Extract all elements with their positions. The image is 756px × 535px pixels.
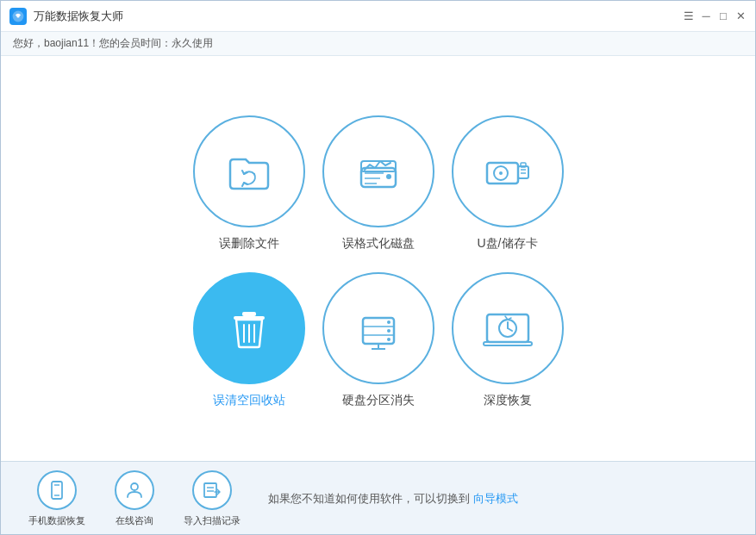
svg-rect-11 bbox=[518, 166, 528, 178]
deep-recovery-label: 深度恢复 bbox=[484, 393, 532, 408]
app-title: 万能数据恢复大师 bbox=[34, 9, 683, 24]
online-consult-icon bbox=[124, 480, 145, 501]
status-text: 您好，baojian11！您的会员时间：永久使用 bbox=[13, 36, 213, 51]
usb-card-item[interactable]: U盘/储存卡 bbox=[452, 115, 564, 252]
window-controls: ☰ ─ □ ✕ bbox=[683, 10, 747, 22]
partition-lost-circle[interactable] bbox=[322, 272, 434, 384]
status-bar: 您好，baojian11！您的会员时间：永久使用 bbox=[1, 32, 755, 56]
deleted-files-item[interactable]: 误删除文件 bbox=[193, 115, 305, 252]
maximize-button[interactable]: □ bbox=[717, 10, 729, 22]
import-scan-item[interactable]: 导入扫描记录 bbox=[173, 463, 251, 534]
format-disk-icon bbox=[351, 144, 406, 199]
mobile-recovery-item[interactable]: 手机数据恢复 bbox=[18, 463, 96, 534]
online-consult-item[interactable]: 在线咨询 bbox=[96, 463, 173, 534]
svg-point-36 bbox=[131, 483, 138, 490]
minimize-button[interactable]: ─ bbox=[700, 10, 712, 22]
mobile-recovery-label: 手机数据恢复 bbox=[28, 514, 85, 527]
deep-recovery-icon bbox=[480, 301, 535, 356]
svg-rect-29 bbox=[484, 342, 532, 345]
guide-mode-link[interactable]: 向导模式 bbox=[473, 492, 518, 505]
svg-point-4 bbox=[386, 174, 391, 179]
svg-rect-16 bbox=[242, 312, 256, 316]
format-disk-item[interactable]: 误格式化磁盘 bbox=[322, 115, 434, 252]
close-button[interactable]: ✕ bbox=[734, 10, 747, 22]
usb-card-icon bbox=[480, 144, 535, 199]
svg-rect-33 bbox=[52, 482, 62, 499]
menu-icon[interactable]: ☰ bbox=[683, 10, 695, 22]
deep-recovery-circle[interactable] bbox=[452, 272, 564, 384]
svg-point-23 bbox=[387, 320, 390, 324]
bottom-tip: 如果您不知道如何使用软件，可以切换到 向导模式 bbox=[251, 491, 738, 507]
bottom-tip-text: 如果您不知道如何使用软件，可以切换到 bbox=[268, 492, 473, 505]
svg-point-10 bbox=[499, 171, 503, 175]
recycle-bin-icon bbox=[222, 301, 277, 356]
partition-lost-icon bbox=[351, 301, 406, 356]
bottom-bar: 手机数据恢复 在线咨询 导入扫描记录 bbox=[1, 461, 755, 535]
mobile-recovery-circle[interactable] bbox=[37, 470, 77, 510]
deep-recovery-item[interactable]: 深度恢复 bbox=[452, 272, 564, 408]
usb-card-label: U盘/储存卡 bbox=[478, 236, 538, 252]
deleted-files-label: 误删除文件 bbox=[219, 236, 279, 252]
format-disk-circle[interactable] bbox=[322, 115, 434, 227]
partition-lost-label: 硬盘分区消失 bbox=[342, 393, 415, 408]
svg-rect-37 bbox=[204, 483, 216, 497]
bottom-actions: 手机数据恢复 在线咨询 导入扫描记录 bbox=[18, 463, 251, 534]
recycle-bin-item[interactable]: 误清空回收站 bbox=[193, 272, 305, 408]
recycle-bin-label: 误清空回收站 bbox=[213, 393, 285, 408]
import-scan-circle[interactable] bbox=[192, 470, 232, 510]
partition-lost-item[interactable]: 硬盘分区消失 bbox=[322, 272, 434, 408]
online-consult-label: 在线咨询 bbox=[116, 514, 153, 527]
svg-point-1 bbox=[16, 15, 19, 17]
deleted-files-circle[interactable] bbox=[193, 115, 305, 227]
title-bar: 万能数据恢复大师 ☰ ─ □ ✕ bbox=[1, 1, 755, 32]
svg-rect-12 bbox=[521, 163, 526, 167]
icon-grid: 误删除文件 误格式化磁盘 bbox=[193, 115, 564, 408]
svg-line-32 bbox=[508, 328, 512, 331]
usb-card-circle[interactable] bbox=[452, 115, 564, 227]
recycle-bin-circle[interactable] bbox=[193, 272, 305, 384]
svg-point-24 bbox=[387, 329, 390, 333]
import-scan-icon bbox=[202, 480, 222, 501]
main-content: 误删除文件 误格式化磁盘 bbox=[1, 56, 755, 461]
online-consult-circle[interactable] bbox=[115, 470, 154, 510]
app-icon bbox=[9, 8, 27, 25]
mobile-recovery-icon bbox=[47, 480, 67, 501]
svg-point-25 bbox=[387, 338, 390, 341]
deleted-files-icon bbox=[222, 144, 277, 199]
format-disk-label: 误格式化磁盘 bbox=[342, 236, 415, 252]
import-scan-label: 导入扫描记录 bbox=[184, 514, 241, 527]
